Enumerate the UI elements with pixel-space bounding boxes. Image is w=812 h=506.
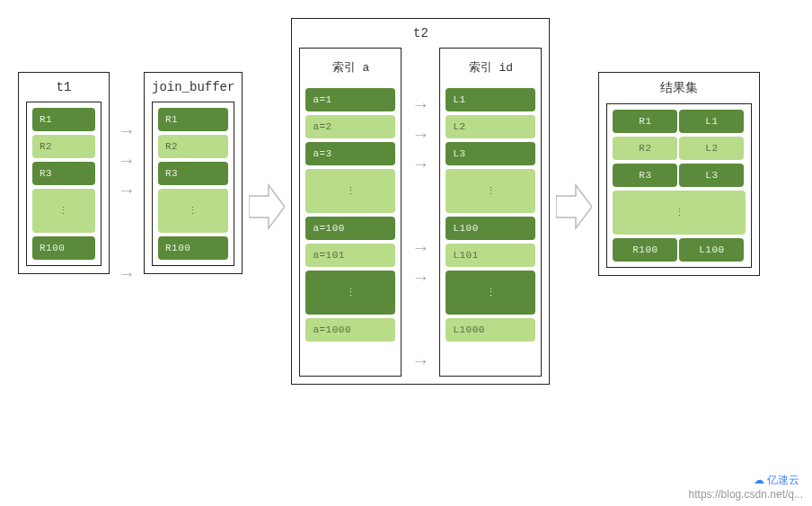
col-id-row: L1 [446,88,535,111]
result-row: R100 L100 [613,238,746,262]
results-box: 结果集 R1 L1 R2 L2 R3 L3 ⋮ R100 L100 [598,72,760,276]
col-id-row: L3 [446,142,535,165]
jb-row: R3 [158,162,228,185]
join-buffer-box: join_buffer R1 R2 R3 ⋮ R100 [144,72,243,274]
col-a-row: a=1 [305,88,395,111]
col-id-row: L1000 [446,318,535,342]
t1-row: R2 [32,135,95,158]
col-id-row-ellipsis: ⋮ [446,271,535,315]
results-column: R1 L1 R2 L2 R3 L3 ⋮ R100 L100 [606,103,752,268]
big-arrow-t2-to-results [555,18,593,234]
t1-row: R100 [32,236,95,260]
col-a-row-ellipsis: ⋮ [305,169,395,213]
result-row: R1 L1 [613,110,746,133]
t1-row: R1 [32,108,95,131]
col-a-row-ellipsis: ⋮ [305,271,395,315]
t1-box: t1 R1 R2 R3 ⋮ R100 [18,72,110,274]
big-arrow-buffer-to-t2 [248,18,286,234]
t1-row: R3 [32,162,95,185]
col-id-row: L2 [446,115,535,138]
result-right: L2 [679,137,744,160]
result-left: R3 [613,164,677,187]
result-row-ellipsis: ⋮ [613,191,746,235]
t2-col-a: 索引 a a=1 a=2 a=3 ⋮ a=100 a=101 ⋮ a=1000 [299,48,402,377]
join-buffer-title: join_buffer [152,80,234,102]
arrows-a-to-id: → → → → → → [409,48,432,377]
t2-col-id: 索引 id L1 L2 L3 ⋮ L100 L101 ⋮ L1000 [439,48,542,377]
col-a-row: a=3 [305,142,395,165]
join-buffer-column: R1 R2 R3 ⋮ R100 [152,102,234,266]
result-row: R2 L2 [613,137,746,160]
t1-title: t1 [26,80,102,102]
results-title: 结果集 [606,80,752,103]
t2-box: t2 索引 a a=1 a=2 a=3 ⋮ a=100 a=101 ⋮ a=10… [291,18,550,385]
result-right: L100 [679,238,744,262]
col-a-row: a=1000 [305,318,395,342]
col-id-row-ellipsis: ⋮ [446,169,535,213]
jb-row: R1 [158,108,228,131]
col-a-row: a=100 [305,217,395,240]
t1-row-ellipsis: ⋮ [32,189,95,233]
cloud-icon: ☁ [754,474,764,486]
col-a-row: a=101 [305,244,395,267]
result-left: R100 [613,238,677,262]
t2-col-id-title: 索引 id [446,54,535,84]
diagram-stage: t1 R1 R2 R3 ⋮ R100 → → → → join_buffer R… [18,18,794,385]
jb-row-ellipsis: ⋮ [158,189,228,233]
jb-row: R100 [158,236,228,260]
result-left: R1 [613,110,677,133]
watermark-url: https://blog.csdn.net/q... [689,488,803,501]
result-right: L3 [679,164,744,187]
col-a-row: a=2 [305,115,395,138]
result-right: L1 [679,110,744,133]
t1-column: R1 R2 R3 ⋮ R100 [26,102,102,266]
col-id-row: L100 [446,217,535,240]
t2-col-a-title: 索引 a [305,54,395,84]
jb-row: R2 [158,135,228,158]
col-id-row: L101 [446,244,535,267]
result-row: R3 L3 [613,164,746,187]
watermark-brand: ☁ 亿速云 [754,473,799,488]
arrows-t1-to-buffer: → → → → [115,18,138,289]
t2-title: t2 [299,26,542,48]
result-left: R2 [613,137,677,160]
